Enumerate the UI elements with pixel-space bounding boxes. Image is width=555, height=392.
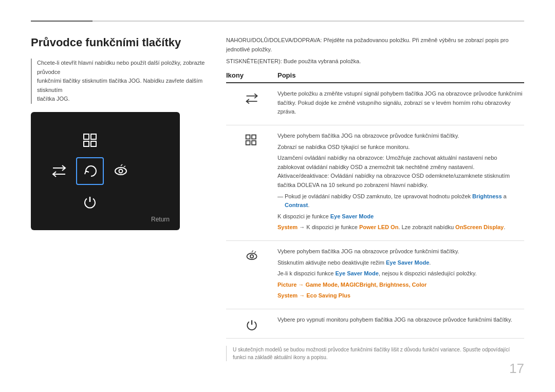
table-row: Vyberte položku a změňte vstupní signál … xyxy=(226,83,524,125)
svg-rect-11 xyxy=(252,141,256,145)
return-icon-cell xyxy=(76,157,104,185)
grid-link1: K dispozici je funkce Eye Saver Mode xyxy=(278,212,524,221)
power-empty-left xyxy=(45,188,73,216)
intro-text: Chcete-li otevřít hlavní nabídku nebo po… xyxy=(31,59,206,104)
svg-line-6 xyxy=(121,164,122,166)
nav-description: NAHORU/DOLŮ/DOLEVA/DOPRAVA: Přejděte na … xyxy=(226,36,524,54)
power-icon xyxy=(82,194,98,210)
power-table-icon xyxy=(245,318,259,332)
content-area: Průvodce funkčními tlačítky Chcete-li ot… xyxy=(31,36,524,361)
eye-icon-cell xyxy=(107,157,135,185)
svg-rect-0 xyxy=(84,134,89,139)
eye-table-icon xyxy=(245,249,259,264)
row-swap-text: Vyberte položku a změňte vstupní signál … xyxy=(278,89,524,119)
svg-point-5 xyxy=(119,169,123,173)
svg-line-7 xyxy=(124,166,125,167)
swap-table-icon xyxy=(245,91,259,106)
grid-bullet: Pokud je ovládání nabídky OSD zamknuto, … xyxy=(278,192,524,210)
power-empty-right xyxy=(107,188,135,216)
page-title: Průvodce funkčními tlačítky xyxy=(31,36,206,49)
return-label: Return xyxy=(151,216,170,223)
eye-text3: Je-li k dispozici funkce Eye Saver Mode,… xyxy=(278,269,524,278)
col-ikony-header: Ikony xyxy=(226,71,278,79)
grid-icon-empty-right xyxy=(107,126,135,154)
brightness-link: Brightness xyxy=(472,193,502,199)
col-popis-header: Popis xyxy=(278,71,524,79)
svg-rect-9 xyxy=(252,135,256,139)
row-power-text: Vybere pro vypnutí monitoru pohybem tlač… xyxy=(278,315,524,327)
footnote: U skutečných modelů se budou možnosti pr… xyxy=(226,346,524,361)
svg-point-12 xyxy=(247,253,256,259)
row-swap-icon xyxy=(226,89,278,106)
eye-icon xyxy=(113,163,129,179)
page-number: 17 xyxy=(509,361,524,377)
svg-rect-1 xyxy=(91,134,96,139)
left-column: Průvodce funkčními tlačítky Chcete-li ot… xyxy=(31,36,206,361)
eye-link2: System → Eco Saving Plus xyxy=(278,291,524,301)
grid-table-icon xyxy=(245,134,259,148)
return-icon xyxy=(82,163,98,179)
swap-icon-cell xyxy=(45,157,73,185)
grid-icon xyxy=(82,132,98,148)
button-grid xyxy=(44,125,167,217)
svg-line-14 xyxy=(252,251,253,252)
top-line xyxy=(31,21,524,22)
power-icon-cell xyxy=(76,188,104,216)
svg-line-15 xyxy=(254,251,256,253)
table-row: Vybere pohybem tlačítka JOG na obrazovce… xyxy=(226,241,524,309)
swap-icon xyxy=(51,163,67,179)
svg-point-4 xyxy=(115,167,126,175)
contrast-link: Contrast xyxy=(285,202,308,208)
monitor-graphic: Return xyxy=(31,112,180,230)
grid-link2: System → K dispozici je funkce Power LED… xyxy=(278,223,524,232)
eye-text2: Stisknutím aktivujte nebo deaktivujte re… xyxy=(278,258,524,268)
svg-rect-3 xyxy=(91,141,96,146)
row-eye-text: Vybere pohybem tlačítka JOG na obrazovce… xyxy=(278,247,524,303)
table-row: Vybere pro vypnutí monitoru pohybem tlač… xyxy=(226,309,524,339)
eye-link1: Picture → Game Mode, MAGICBright, Bright… xyxy=(278,281,524,290)
row-grid-icon xyxy=(226,132,278,148)
svg-rect-2 xyxy=(84,141,89,146)
page: Průvodce funkčními tlačítky Chcete-li ot… xyxy=(0,0,555,392)
grid-icon-cell xyxy=(76,126,104,154)
table-header: Ikony Popis xyxy=(226,71,524,83)
right-column: NAHORU/DOLŮ/DOLEVA/DOPRAVA: Přejděte na … xyxy=(226,36,524,361)
stisknete-text: STISKNĚTE(ENTER): Bude použita vybraná p… xyxy=(226,58,524,64)
table-row: Vybere pohybem tlačítka JOG na obrazovce… xyxy=(226,125,524,241)
svg-point-13 xyxy=(250,255,253,258)
svg-rect-8 xyxy=(246,135,250,139)
row-grid-text: Vybere pohybem tlačítka JOG na obrazovce… xyxy=(278,132,524,234)
row-eye-icon xyxy=(226,247,278,264)
svg-rect-10 xyxy=(246,141,250,145)
row-power-icon xyxy=(226,315,278,332)
grid-icon-empty-left xyxy=(45,126,73,154)
